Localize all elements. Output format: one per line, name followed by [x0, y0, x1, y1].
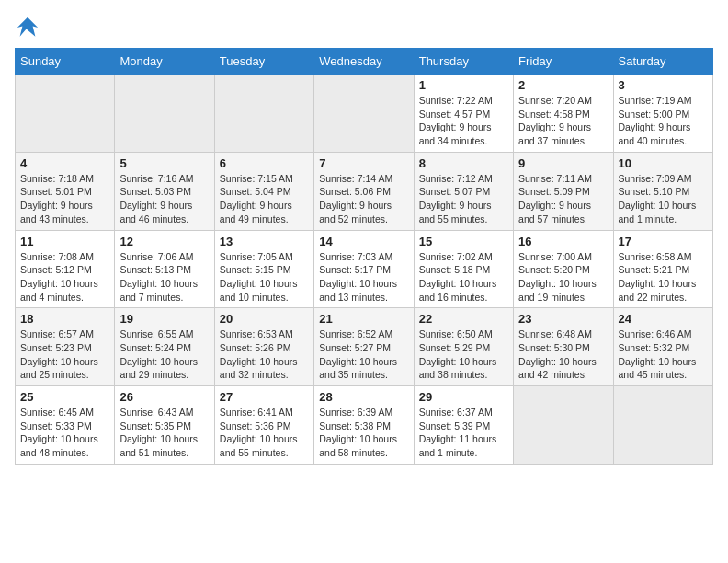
- day-number: 16: [518, 235, 608, 248]
- calendar-cell: 16Sunrise: 7:00 AM Sunset: 5:20 PM Dayli…: [514, 230, 613, 308]
- day-info: Sunrise: 7:03 AM Sunset: 5:17 PM Dayligh…: [319, 250, 408, 304]
- day-info: Sunrise: 7:11 AM Sunset: 5:09 PM Dayligh…: [518, 172, 608, 226]
- calendar-week-2: 4Sunrise: 7:18 AM Sunset: 5:01 PM Daylig…: [16, 152, 713, 230]
- logo: [15, 15, 44, 40]
- day-info: Sunrise: 6:39 AM Sunset: 5:38 PM Dayligh…: [319, 406, 408, 460]
- calendar-header-row: SundayMondayTuesdayWednesdayThursdayFrid…: [16, 49, 713, 75]
- calendar-cell: [115, 75, 214, 153]
- day-info: Sunrise: 7:06 AM Sunset: 5:13 PM Dayligh…: [119, 250, 209, 304]
- calendar-cell: [314, 75, 414, 153]
- svg-marker-0: [17, 17, 38, 37]
- day-number: 24: [619, 312, 708, 326]
- day-info: Sunrise: 6:45 AM Sunset: 5:33 PM Dayligh…: [20, 406, 109, 460]
- day-number: 8: [419, 156, 508, 170]
- calendar-body: 1Sunrise: 7:22 AM Sunset: 4:57 PM Daylig…: [16, 75, 713, 465]
- day-number: 2: [518, 78, 608, 92]
- day-number: 26: [119, 390, 209, 404]
- day-number: 10: [619, 156, 708, 170]
- calendar-cell: 4Sunrise: 7:18 AM Sunset: 5:01 PM Daylig…: [16, 152, 115, 230]
- day-header-thursday: Thursday: [414, 49, 513, 75]
- day-info: Sunrise: 7:20 AM Sunset: 4:58 PM Dayligh…: [518, 94, 608, 148]
- calendar-week-5: 25Sunrise: 6:45 AM Sunset: 5:33 PM Dayli…: [16, 386, 713, 465]
- calendar-cell: 10Sunrise: 7:09 AM Sunset: 5:10 PM Dayli…: [613, 152, 712, 230]
- calendar-cell: 28Sunrise: 6:39 AM Sunset: 5:38 PM Dayli…: [314, 386, 414, 465]
- day-number: 6: [220, 156, 309, 170]
- day-header-monday: Monday: [115, 49, 214, 75]
- day-number: 7: [319, 156, 408, 170]
- calendar-week-1: 1Sunrise: 7:22 AM Sunset: 4:57 PM Daylig…: [16, 75, 713, 153]
- calendar-cell: [214, 75, 313, 153]
- day-number: 17: [619, 235, 708, 248]
- day-info: Sunrise: 7:08 AM Sunset: 5:12 PM Dayligh…: [20, 250, 109, 304]
- day-number: 20: [220, 312, 309, 326]
- calendar-cell: 23Sunrise: 6:48 AM Sunset: 5:30 PM Dayli…: [514, 308, 613, 386]
- day-number: 15: [419, 235, 508, 248]
- day-number: 29: [419, 390, 508, 404]
- day-info: Sunrise: 6:43 AM Sunset: 5:35 PM Dayligh…: [119, 406, 209, 460]
- calendar-cell: [514, 386, 613, 465]
- day-info: Sunrise: 7:18 AM Sunset: 5:01 PM Dayligh…: [20, 172, 109, 226]
- calendar-cell: 1Sunrise: 7:22 AM Sunset: 4:57 PM Daylig…: [414, 75, 513, 153]
- day-info: Sunrise: 7:12 AM Sunset: 5:07 PM Dayligh…: [419, 172, 508, 226]
- calendar-cell: 19Sunrise: 6:55 AM Sunset: 5:24 PM Dayli…: [115, 308, 214, 386]
- calendar-cell: 11Sunrise: 7:08 AM Sunset: 5:12 PM Dayli…: [16, 230, 115, 308]
- calendar-cell: 27Sunrise: 6:41 AM Sunset: 5:36 PM Dayli…: [214, 386, 313, 465]
- day-info: Sunrise: 6:57 AM Sunset: 5:23 PM Dayligh…: [20, 327, 109, 382]
- calendar-cell: 18Sunrise: 6:57 AM Sunset: 5:23 PM Dayli…: [16, 308, 115, 386]
- day-number: 18: [20, 312, 109, 326]
- calendar-cell: 5Sunrise: 7:16 AM Sunset: 5:03 PM Daylig…: [115, 152, 214, 230]
- day-number: 22: [419, 312, 508, 326]
- day-number: 14: [319, 235, 408, 248]
- calendar-cell: 24Sunrise: 6:46 AM Sunset: 5:32 PM Dayli…: [613, 308, 712, 386]
- day-header-saturday: Saturday: [613, 49, 712, 75]
- calendar-cell: 6Sunrise: 7:15 AM Sunset: 5:04 PM Daylig…: [214, 152, 313, 230]
- day-number: 27: [220, 390, 309, 404]
- day-info: Sunrise: 7:19 AM Sunset: 5:00 PM Dayligh…: [619, 94, 708, 148]
- day-info: Sunrise: 6:41 AM Sunset: 5:36 PM Dayligh…: [220, 406, 309, 460]
- calendar-week-3: 11Sunrise: 7:08 AM Sunset: 5:12 PM Dayli…: [16, 230, 713, 308]
- calendar-cell: 20Sunrise: 6:53 AM Sunset: 5:26 PM Dayli…: [214, 308, 313, 386]
- day-info: Sunrise: 7:16 AM Sunset: 5:03 PM Dayligh…: [119, 172, 209, 226]
- day-header-friday: Friday: [514, 49, 613, 75]
- calendar-cell: 3Sunrise: 7:19 AM Sunset: 5:00 PM Daylig…: [613, 75, 712, 153]
- calendar-cell: 25Sunrise: 6:45 AM Sunset: 5:33 PM Dayli…: [16, 386, 115, 465]
- day-info: Sunrise: 6:37 AM Sunset: 5:39 PM Dayligh…: [419, 406, 508, 460]
- calendar-cell: 14Sunrise: 7:03 AM Sunset: 5:17 PM Dayli…: [314, 230, 414, 308]
- calendar-cell: 21Sunrise: 6:52 AM Sunset: 5:27 PM Dayli…: [314, 308, 414, 386]
- page-header: [15, 15, 713, 40]
- day-header-tuesday: Tuesday: [214, 49, 313, 75]
- day-number: 28: [319, 390, 408, 404]
- day-number: 23: [518, 312, 608, 326]
- day-info: Sunrise: 6:50 AM Sunset: 5:29 PM Dayligh…: [419, 327, 508, 382]
- calendar-cell: 8Sunrise: 7:12 AM Sunset: 5:07 PM Daylig…: [414, 152, 513, 230]
- day-info: Sunrise: 7:22 AM Sunset: 4:57 PM Dayligh…: [419, 94, 508, 148]
- day-header-wednesday: Wednesday: [314, 49, 414, 75]
- calendar-cell: 17Sunrise: 6:58 AM Sunset: 5:21 PM Dayli…: [613, 230, 712, 308]
- day-info: Sunrise: 7:05 AM Sunset: 5:15 PM Dayligh…: [220, 250, 309, 304]
- day-number: 11: [20, 235, 109, 248]
- day-number: 5: [119, 156, 209, 170]
- day-number: 9: [518, 156, 608, 170]
- calendar-cell: 29Sunrise: 6:37 AM Sunset: 5:39 PM Dayli…: [414, 386, 513, 465]
- day-number: 21: [319, 312, 408, 326]
- day-number: 12: [119, 235, 209, 248]
- calendar-cell: 7Sunrise: 7:14 AM Sunset: 5:06 PM Daylig…: [314, 152, 414, 230]
- calendar-cell: [613, 386, 712, 465]
- day-info: Sunrise: 7:15 AM Sunset: 5:04 PM Dayligh…: [220, 172, 309, 226]
- day-info: Sunrise: 7:14 AM Sunset: 5:06 PM Dayligh…: [319, 172, 408, 226]
- day-header-sunday: Sunday: [16, 49, 115, 75]
- day-info: Sunrise: 6:53 AM Sunset: 5:26 PM Dayligh…: [220, 327, 309, 382]
- day-number: 19: [119, 312, 209, 326]
- day-number: 13: [220, 235, 309, 248]
- calendar-cell: 26Sunrise: 6:43 AM Sunset: 5:35 PM Dayli…: [115, 386, 214, 465]
- calendar-week-4: 18Sunrise: 6:57 AM Sunset: 5:23 PM Dayli…: [16, 308, 713, 386]
- calendar-cell: 13Sunrise: 7:05 AM Sunset: 5:15 PM Dayli…: [214, 230, 313, 308]
- calendar-cell: 22Sunrise: 6:50 AM Sunset: 5:29 PM Dayli…: [414, 308, 513, 386]
- calendar-cell: [16, 75, 115, 153]
- day-info: Sunrise: 6:48 AM Sunset: 5:30 PM Dayligh…: [518, 327, 608, 382]
- calendar-table: SundayMondayTuesdayWednesdayThursdayFrid…: [15, 48, 713, 465]
- day-info: Sunrise: 6:58 AM Sunset: 5:21 PM Dayligh…: [619, 250, 708, 304]
- calendar-cell: 12Sunrise: 7:06 AM Sunset: 5:13 PM Dayli…: [115, 230, 214, 308]
- calendar-cell: 2Sunrise: 7:20 AM Sunset: 4:58 PM Daylig…: [514, 75, 613, 153]
- day-number: 25: [20, 390, 109, 404]
